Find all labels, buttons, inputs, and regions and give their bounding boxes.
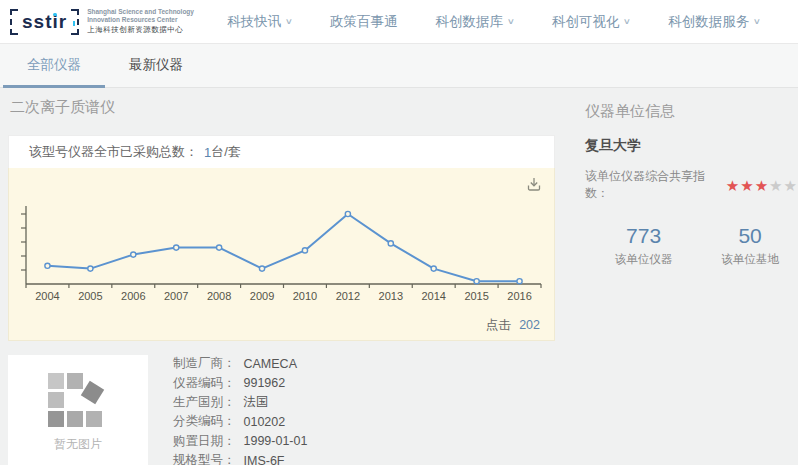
svg-text:2012: 2012 — [336, 290, 360, 302]
download-icon[interactable] — [526, 176, 542, 192]
detail-label: 规格型号： — [173, 452, 236, 465]
svg-text:2005: 2005 — [78, 290, 102, 302]
detail-row-category-code: 分类编码： 010202 — [173, 412, 307, 431]
page: sstir Shanghai Science and Technology In… — [0, 0, 798, 465]
detail-label: 分类编码： — [173, 413, 236, 430]
detail-value: 010202 — [244, 415, 286, 429]
chevron-down-icon: ∨ — [623, 17, 631, 26]
nav-item-label: 科创可视化 — [552, 13, 620, 31]
nav-item-database[interactable]: 科创数据库 ∨ — [436, 13, 514, 31]
svg-text:2016: 2016 — [507, 290, 531, 302]
stat-label-bases: 该单位基地 — [702, 252, 798, 267]
instrument-image-placeholder: 暂无图片 — [8, 355, 148, 465]
detail-row-model: 规格型号： IMS-6F — [173, 451, 307, 465]
star-empty-icon: ★ — [769, 177, 783, 194]
chevron-down-icon: ∨ — [507, 17, 515, 26]
svg-text:2007: 2007 — [164, 290, 188, 302]
chart-area: 2004200520062007200820092010201220132014… — [8, 168, 555, 341]
nav-item-label: 科技快讯 — [227, 13, 281, 31]
unit-info-sidebar: 仪器单位信息 复旦大学 该单位仪器综合共享指数： ★★★★★ 773 该单位仪器… — [585, 88, 798, 465]
stat-unit-instruments: 773 该单位仪器 — [585, 224, 702, 267]
clicks-label: 点击 — [486, 318, 511, 332]
logo-subtitle-en: Shanghai Science and Technology Innovati… — [87, 8, 199, 23]
detail-value: 法国 — [244, 394, 269, 411]
svg-text:2010: 2010 — [293, 290, 317, 302]
svg-text:2013: 2013 — [379, 290, 403, 302]
detail-row-purchase-date: 购置日期： 1999-01-01 — [173, 432, 307, 451]
logo-brand: sstir — [18, 9, 71, 35]
sidebar-title: 仪器单位信息 — [585, 102, 798, 121]
logo-bracket-right-icon — [71, 9, 79, 35]
svg-text:2014: 2014 — [421, 290, 445, 302]
stat-label-instruments: 该单位仪器 — [585, 252, 702, 267]
stat-value-bases[interactable]: 50 — [702, 224, 798, 248]
nav-item-label: 科创数据服务 — [668, 13, 749, 31]
svg-text:2004: 2004 — [35, 290, 59, 302]
detail-label: 生产国别： — [173, 394, 236, 411]
detail-row-instrument-code: 仪器编码： 991962 — [173, 373, 307, 392]
logo-text: Shanghai Science and Technology Innovati… — [87, 8, 199, 35]
detail-label: 制造厂商： — [173, 355, 236, 372]
stat-unit-bases: 50 该单位基地 — [702, 224, 798, 267]
purchase-total-label: 该型号仪器全市已采购总数： — [29, 143, 198, 161]
purchase-total-value: 1 — [204, 145, 211, 160]
star-rating: ★★★★★ — [726, 178, 798, 193]
detail-row-manufacturer: 制造厂商： CAMECA — [173, 354, 307, 373]
detail-value: CAMECA — [244, 357, 297, 371]
nav-item-label: 科创数据库 — [436, 13, 504, 31]
detail-value: 991962 — [244, 376, 286, 390]
purchase-trend-line-chart: 2004200520062007200820092010201220132014… — [9, 168, 556, 341]
purchase-chart-card: 该型号仪器全市已采购总数： 1 台/套 20042005200620072008… — [8, 135, 555, 341]
star-filled-icon: ★ — [740, 177, 754, 194]
detail-label: 仪器编码： — [173, 375, 236, 392]
sharing-index-row: 该单位仪器综合共享指数： ★★★★★ — [585, 168, 798, 202]
star-filled-icon: ★ — [755, 177, 769, 194]
star-empty-icon: ★ — [784, 177, 798, 194]
tab-bar: 全部仪器 最新仪器 — [0, 44, 798, 88]
no-image-icon — [48, 373, 114, 425]
sstir-logo[interactable]: sstir Shanghai Science and Technology In… — [10, 8, 199, 36]
logo-bracket-left-icon — [10, 9, 18, 35]
nav-item-tech-news[interactable]: 科技快讯 ∨ — [227, 13, 292, 31]
clicks-counter: 点击 202 — [486, 317, 540, 334]
detail-value: IMS-6F — [244, 454, 285, 465]
svg-text:2015: 2015 — [464, 290, 488, 302]
nav-menu: 科技快讯 ∨ 政策百事通 科创数据库 ∨ 科创可视化 ∨ 科创数据服务 ∨ 科研… — [227, 13, 798, 31]
clicks-value: 202 — [519, 318, 540, 332]
chevron-down-icon: ∨ — [285, 17, 293, 26]
chevron-down-icon: ∨ — [753, 17, 761, 26]
unit-stats: 773 该单位仪器 50 该单位基地 — [585, 224, 798, 267]
page-title: 二次离子质谱仪 — [10, 98, 115, 117]
star-filled-icon: ★ — [726, 177, 740, 194]
instrument-detail-list: 制造厂商： CAMECA 仪器编码： 991962 生产国别： 法国 分类编码：… — [173, 354, 307, 465]
purchase-total-unit: 台/套 — [211, 143, 241, 161]
detail-row-country: 生产国别： 法国 — [173, 393, 307, 412]
detail-label: 购置日期： — [173, 433, 236, 450]
tab-newest-instruments[interactable]: 最新仪器 — [105, 44, 207, 88]
organization-name: 复旦大学 — [585, 137, 798, 155]
chart-card-header: 该型号仪器全市已采购总数： 1 台/套 — [8, 135, 555, 168]
tab-all-instruments[interactable]: 全部仪器 — [3, 44, 105, 88]
svg-text:2006: 2006 — [121, 290, 145, 302]
svg-text:2009: 2009 — [250, 290, 274, 302]
nav-item-policy[interactable]: 政策百事通 — [330, 13, 398, 31]
sharing-index-label: 该单位仪器综合共享指数： — [585, 168, 724, 202]
stat-value-instruments[interactable]: 773 — [585, 224, 702, 248]
svg-text:2008: 2008 — [207, 290, 231, 302]
top-navbar: sstir Shanghai Science and Technology In… — [0, 0, 798, 44]
no-image-text: 暂无图片 — [8, 436, 148, 453]
nav-item-visualization[interactable]: 科创可视化 ∨ — [552, 13, 630, 31]
nav-item-data-service[interactable]: 科创数据服务 ∨ — [668, 13, 760, 31]
logo-subtitle-zh: 上海科技创新资源数据中心 — [87, 25, 199, 35]
main-content: 二次离子质谱仪 该型号仪器全市已采购总数： 1 台/套 200420052006… — [0, 88, 798, 465]
nav-item-label: 政策百事通 — [330, 13, 398, 31]
sstir-logo-mark: sstir — [10, 8, 79, 36]
detail-value: 1999-01-01 — [244, 434, 308, 448]
